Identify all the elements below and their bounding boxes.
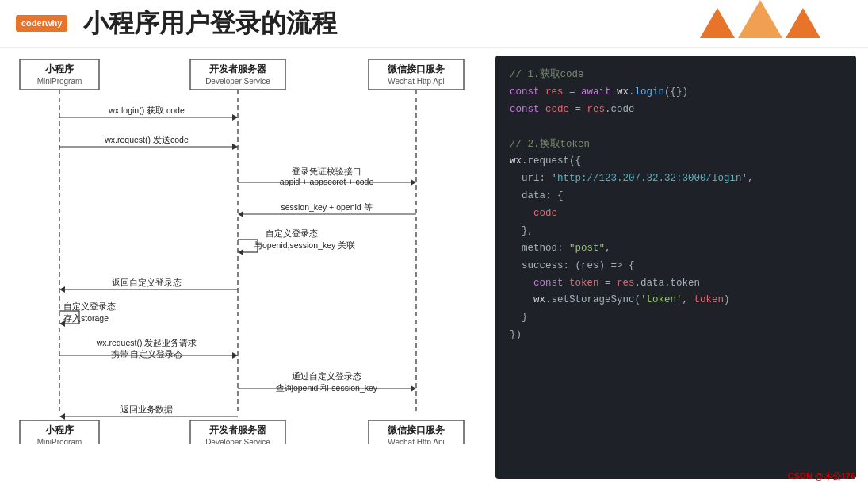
method-comma: , <box>605 243 611 254</box>
code-comment-2: // 2.换取token <box>510 139 590 150</box>
wx-1: wx <box>617 86 629 98</box>
wx-2: wx <box>510 155 522 167</box>
var-token: token <box>569 278 599 289</box>
svg-text:wx.request() 发起业务请求: wx.request() 发起业务请求 <box>96 338 197 347</box>
var-res: res <box>545 86 564 98</box>
dot-1: . <box>629 86 635 98</box>
kw-const-3: const <box>533 278 569 289</box>
data-token: .data.token <box>635 278 701 289</box>
wx-3: wx <box>533 294 545 305</box>
indent-success: success: (res) => { <box>510 260 635 271</box>
svg-text:与openid,session_key 关联: 与openid,session_key 关联 <box>254 240 355 250</box>
decorative-triangles <box>700 0 820 38</box>
svg-marker-45 <box>411 385 416 392</box>
code-line-5: wx.request({ <box>510 153 842 171</box>
var-res-2: res <box>587 104 606 115</box>
url-close: ', <box>742 173 754 184</box>
eq-3: = <box>599 278 618 289</box>
svg-text:wx.login() 获取 code: wx.login() 获取 code <box>108 105 185 115</box>
var-token-2: token <box>694 294 725 305</box>
svg-marker-32 <box>59 286 65 293</box>
success-close: } <box>510 312 528 323</box>
var-code-2: code <box>533 208 557 219</box>
svg-marker-23 <box>238 211 243 217</box>
var-code: code <box>545 104 569 115</box>
indent-code <box>510 208 533 219</box>
parens-1: ({}) <box>664 86 688 98</box>
svg-text:自定义登录态: 自定义登录态 <box>63 301 116 311</box>
code-line-15: }) <box>510 327 842 344</box>
svg-text:存入storage: 存入storage <box>63 313 109 323</box>
svg-marker-39 <box>59 320 65 327</box>
url-value: http://123.207.32.32:3000/login <box>557 173 742 184</box>
code-line-2: const res = await wx.login({}) <box>510 84 842 102</box>
svg-text:Wechat Http Api: Wechat Http Api <box>388 77 445 86</box>
dot-code: .code <box>605 104 635 115</box>
svg-marker-16 <box>232 144 238 150</box>
code-comment-1: // 1.获取code <box>510 69 584 80</box>
code-line-9: }, <box>510 223 842 240</box>
code-line-6: url: 'http://123.207.32.32:3000/login', <box>510 171 842 188</box>
data-close: }, <box>510 225 533 236</box>
indent-set <box>510 294 533 305</box>
svg-marker-49 <box>59 413 65 420</box>
svg-text:查询openid 和 session_key: 查询openid 和 session_key <box>276 383 378 393</box>
svg-text:返回业务数据: 返回业务数据 <box>120 405 173 414</box>
req-close: }) <box>510 329 522 340</box>
triangle-2 <box>738 0 782 38</box>
kw-const-2: const <box>510 104 545 115</box>
page-title: 小程序用户登录的流程 <box>83 6 337 41</box>
var-res-3: res <box>617 278 635 289</box>
svg-text:Developer Service: Developer Service <box>205 438 270 444</box>
svg-text:微信接口服务: 微信接口服务 <box>387 424 445 435</box>
code-line-1: // 1.获取code <box>510 67 842 84</box>
code-line-13: wx.setStorageSync('token', token) <box>510 292 842 309</box>
svg-marker-41 <box>232 352 238 359</box>
svg-text:Developer Service: Developer Service <box>205 77 270 86</box>
svg-text:开发者服务器: 开发者服务器 <box>208 424 267 435</box>
str-post: "post" <box>569 243 605 254</box>
svg-text:appid + appsecret + code: appid + appsecret + code <box>280 177 374 186</box>
svg-text:session_key + openid 等: session_key + openid 等 <box>281 202 372 212</box>
code-line-12: const token = res.data.token <box>510 275 842 293</box>
main-content: 小程序 MiniProgram 开发者服务器 Developer Service… <box>0 48 868 487</box>
fn-login: login <box>635 86 665 98</box>
svg-text:MiniProgram: MiniProgram <box>37 438 82 444</box>
code-line-3: const code = res.code <box>510 102 842 119</box>
code-line-8: code <box>510 205 842 223</box>
indent-data: data: { <box>510 190 564 201</box>
kw-await: await <box>581 86 617 98</box>
comma-token: , <box>683 294 694 305</box>
req-open: .request({ <box>522 155 581 167</box>
svg-text:Wechat Http Api: Wechat Http Api <box>388 438 445 444</box>
eq-2: = <box>569 104 587 115</box>
indent-token <box>510 278 533 289</box>
code-line-10: method: "post", <box>510 240 842 258</box>
svg-marker-19 <box>411 179 416 186</box>
code-line-blank <box>510 119 842 136</box>
eq-1: = <box>564 86 582 98</box>
logo: coderwhy <box>16 15 67 32</box>
svg-marker-13 <box>232 114 238 121</box>
svg-text:携带 自定义登录态: 携带 自定义登录态 <box>111 349 183 359</box>
svg-text:小程序: 小程序 <box>44 424 75 435</box>
str-token-key: 'token' <box>640 294 683 305</box>
svg-text:小程序: 小程序 <box>44 63 75 75</box>
code-line-14: } <box>510 309 842 327</box>
svg-text:微信接口服务: 微信接口服务 <box>387 63 445 75</box>
header: coderwhy 小程序用户登录的流程 <box>0 0 868 48</box>
svg-text:登录凭证校验接口: 登录凭证校验接口 <box>292 167 361 176</box>
triangle-1 <box>700 8 735 38</box>
svg-marker-30 <box>238 249 243 255</box>
svg-text:返回自定义登录态: 返回自定义登录态 <box>112 278 182 287</box>
triangle-3 <box>786 8 820 38</box>
code-line-4: // 2.换取token <box>510 136 842 154</box>
sequence-diagram: 小程序 MiniProgram 开发者服务器 Developer Service… <box>12 56 488 479</box>
set-close: ) <box>724 294 730 305</box>
code-line-7: data: { <box>510 188 842 205</box>
code-line-11: success: (res) => { <box>510 258 842 275</box>
svg-text:自定义登录态: 自定义登录态 <box>266 228 318 238</box>
svg-text:开发者服务器: 开发者服务器 <box>208 63 267 75</box>
svg-text:MiniProgram: MiniProgram <box>37 77 82 86</box>
indent-method: method: <box>510 243 569 254</box>
